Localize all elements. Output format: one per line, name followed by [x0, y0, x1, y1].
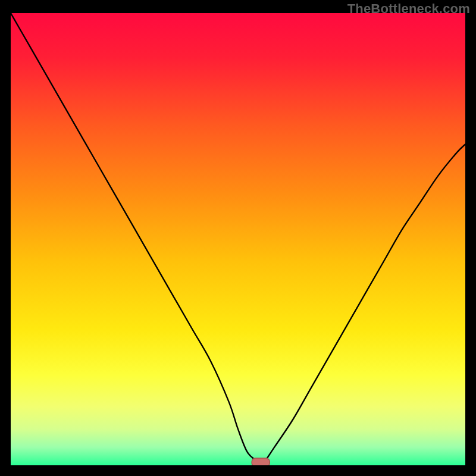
watermark-text: TheBottleneck.com: [347, 1, 470, 17]
plot-svg: [11, 13, 465, 465]
bottleneck-plot: [11, 13, 465, 465]
chart-frame: TheBottleneck.com: [0, 0, 476, 476]
minimum-marker: [252, 458, 270, 465]
